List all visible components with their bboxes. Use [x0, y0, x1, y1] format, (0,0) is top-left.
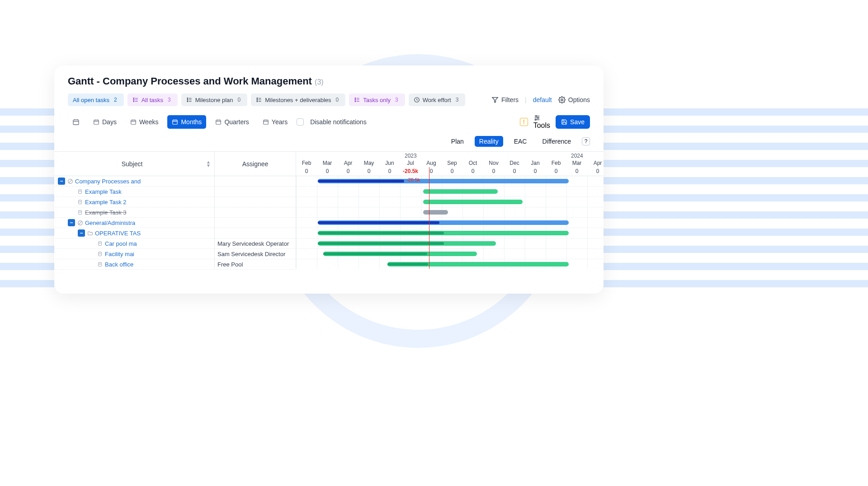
month-value: 0 [317, 168, 338, 174]
svg-point-22 [355, 101, 356, 102]
svg-rect-31 [94, 120, 99, 124]
task-link[interactable]: Back office [105, 261, 133, 268]
list-icon [132, 97, 139, 103]
month-header[interactable]: Jul [400, 160, 421, 166]
tools-button[interactable]: Tools [533, 114, 550, 130]
mode-eac[interactable]: EAC [509, 136, 532, 147]
filters-button[interactable]: Filters [491, 96, 519, 103]
gantt-bar[interactable] [318, 180, 404, 182]
title-text: Gantt - Company Processes and Work Manag… [68, 75, 312, 87]
chip-count: 3 [393, 97, 400, 103]
chart-row [296, 187, 604, 197]
svg-rect-39 [173, 120, 178, 124]
save-button[interactable]: Save [556, 115, 590, 129]
scale-months[interactable]: Months [167, 115, 206, 129]
mode-reality[interactable]: Reality [475, 136, 503, 147]
month-value: 0 [462, 168, 483, 174]
assignee-header-label: Assignee [242, 160, 269, 168]
tools-label: Tools [533, 122, 550, 129]
gantt-bar[interactable] [323, 252, 427, 255]
month-header[interactable]: Apr [338, 160, 359, 166]
collapse-toggle[interactable]: − [78, 229, 85, 237]
gantt-bar[interactable] [318, 232, 443, 234]
svg-point-0 [133, 98, 134, 99]
default-link[interactable]: default [533, 96, 552, 103]
scale-years[interactable]: Years [258, 115, 292, 129]
year-label: 2023 [405, 153, 417, 159]
month-value: 0 [359, 168, 379, 174]
month-header[interactable]: Feb [296, 160, 317, 166]
task-row: Back office [54, 259, 214, 270]
month-header[interactable]: Mar [317, 160, 338, 166]
task-link[interactable]: General/Administra [85, 220, 135, 226]
disable-notifications-checkbox[interactable] [297, 118, 304, 126]
collapse-toggle[interactable]: − [58, 178, 65, 185]
subject-column-header[interactable]: Subject ▲▼ [54, 152, 214, 176]
scale-days[interactable]: Days [89, 115, 121, 129]
filter-chip-4[interactable]: Tasks only 3 [349, 93, 405, 106]
warning-icon[interactable]: ! [520, 118, 528, 126]
month-header[interactable]: Apr [587, 160, 604, 166]
gantt-bar[interactable] [318, 242, 443, 245]
svg-line-69 [78, 221, 82, 224]
assignee-cell: Free Pool [215, 259, 296, 270]
month-header[interactable]: Jun [379, 160, 400, 166]
chip-count: 0 [236, 97, 243, 103]
chart-header: 20232024 FebMarAprMayJunJulAugSepOctNovD… [296, 152, 604, 176]
task-link[interactable]: OPERATIVE TAS [95, 230, 141, 237]
task-link[interactable]: Company Processes and [75, 178, 141, 185]
gantt-bar[interactable] [318, 221, 439, 224]
month-header[interactable]: Aug [421, 160, 442, 166]
task-link[interactable]: Facility mai [105, 251, 134, 257]
task-link[interactable]: Car pool ma [105, 240, 137, 247]
list-icon [186, 97, 193, 103]
filter-chip-0[interactable]: All open tasks 2 [68, 93, 124, 106]
assignee-column-header[interactable]: Assignee [215, 152, 296, 176]
sort-icon[interactable]: ▲▼ [206, 160, 211, 168]
chart-row [296, 218, 604, 228]
options-button[interactable]: Options [558, 96, 590, 103]
filter-chip-3[interactable]: Milestones + deliverables 0 [251, 93, 345, 106]
task-row: Example Task 3 [54, 207, 214, 218]
gantt-bar[interactable] [387, 263, 428, 266]
collapse-toggle[interactable]: − [68, 219, 75, 226]
month-value: 0 [296, 168, 317, 174]
scale-quarters[interactable]: Quarters [211, 115, 253, 129]
month-header[interactable]: Feb [546, 160, 566, 166]
month-header[interactable]: May [359, 160, 379, 166]
chip-label: Tasks only [363, 97, 391, 103]
svg-point-12 [257, 98, 258, 99]
mode-plan[interactable]: Plan [447, 136, 468, 147]
help-button[interactable]: ? [582, 137, 590, 145]
task-link[interactable]: Example Task 3 [85, 209, 127, 216]
scale-label: Months [181, 118, 202, 126]
filter-chip-1[interactable]: All tasks 3 [127, 93, 178, 106]
filter-chip-2[interactable]: Milestone plan 0 [181, 93, 248, 106]
chip-count: 0 [334, 97, 341, 103]
calendar-icon [263, 119, 269, 125]
chip-count: 2 [112, 97, 119, 103]
task-link[interactable]: Example Task 2 [85, 199, 127, 206]
filter-chip-5[interactable]: Work effort 3 [409, 93, 466, 106]
task-link[interactable]: Example Task [85, 188, 122, 195]
month-value: -20.5k [400, 168, 421, 174]
calendar-button[interactable] [68, 115, 84, 129]
gantt-bar[interactable] [423, 200, 523, 204]
gantt-bar[interactable] [423, 210, 448, 215]
month-header[interactable]: Nov [483, 160, 504, 166]
month-header[interactable]: Sep [442, 160, 462, 166]
month-header[interactable]: Jan [525, 160, 546, 166]
svg-point-18 [355, 98, 356, 99]
task-row: Example Task 2 [54, 197, 214, 207]
month-header[interactable]: Mar [566, 160, 587, 166]
month-header[interactable]: Oct [462, 160, 483, 166]
filter-row-right: Filters | default Options [491, 96, 590, 103]
svg-point-54 [537, 117, 538, 119]
disable-notifications-label: Disable notifications [310, 118, 367, 126]
month-header[interactable]: Dec [504, 160, 525, 166]
no-entry-icon [67, 178, 73, 184]
mode-difference[interactable]: Difference [538, 136, 576, 147]
scale-weeks[interactable]: Weeks [126, 115, 163, 129]
gantt-bar[interactable] [423, 189, 498, 194]
svg-line-58 [68, 179, 72, 183]
